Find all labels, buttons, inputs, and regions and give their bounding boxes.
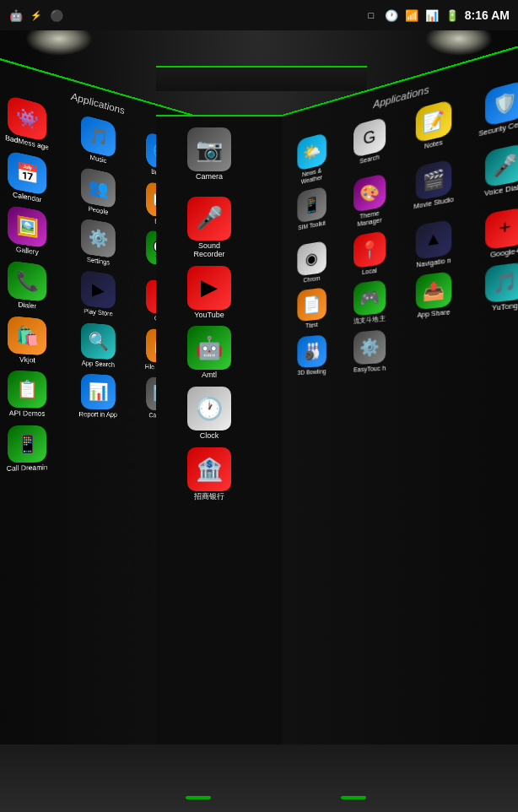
app-icon: 🕐: [187, 387, 231, 430]
left-app-item[interactable]: 📱 Call Dreamin: [0, 422, 63, 476]
left-app-item[interactable]: ▶ Play Store: [65, 265, 130, 322]
app-label: Notes: [424, 138, 443, 150]
right-app-item[interactable]: ⚙️ EasyTouc h: [341, 326, 400, 377]
ceiling-light-right: [425, 30, 493, 56]
signal-icon: 📊: [424, 8, 440, 23]
app-label: Call Dreamin: [7, 464, 48, 473]
app-label: App Share: [418, 309, 451, 319]
app-label: Sound Recorder: [188, 242, 230, 259]
right-app-item[interactable]: 🛡️ Security Center: [469, 73, 518, 151]
app-icon: ▶: [187, 266, 231, 310]
app-label: Vkjot: [19, 355, 35, 364]
left-app-item[interactable]: 📞 Dialer: [0, 255, 63, 316]
app-icon: G: [353, 116, 386, 157]
right-app-item[interactable]: 🎬 Movie Studio: [402, 153, 467, 223]
battery-icon: 🔋: [445, 8, 460, 23]
front-app-item[interactable]: 🤖 Amtl: [158, 323, 261, 382]
front-app-item[interactable]: 🎤 Sound Recorder: [158, 194, 261, 262]
right-app-item[interactable]: 🎨 Theme Manager: [341, 168, 400, 234]
scroll-indicator-right: [341, 796, 366, 799]
right-app-item[interactable]: 🎳 3D Bowling: [286, 331, 339, 379]
scene: Applications 👾 BadMess age 🎵 Music 🌐 Bro…: [0, 30, 518, 812]
front-app-item[interactable]: 🕐 Clock: [158, 384, 261, 443]
app-icon: +: [485, 207, 518, 250]
left-app-item[interactable]: 📊 Report in App: [65, 371, 130, 422]
status-right-icons: □ 🕐 📶 📊 🔋 8:16 AM: [364, 8, 510, 23]
app-icon: 🤖: [187, 326, 231, 370]
usb-icon: ⚡: [29, 8, 44, 23]
app-label: Dialer: [18, 300, 36, 310]
app-label: Play Store: [84, 308, 113, 318]
app-label: Google+: [490, 246, 518, 258]
app-icon: 📤: [416, 272, 451, 311]
right-app-item[interactable]: + Google+: [469, 201, 518, 265]
right-app-item[interactable]: 📄 Ttest: [286, 284, 339, 334]
app-label: Amtl: [202, 371, 217, 380]
sim-icon: □: [364, 8, 379, 23]
app-label: Camera: [196, 173, 223, 181]
app-icon: 🎮: [353, 280, 386, 317]
app-label: Ttest: [305, 322, 318, 329]
right-app-item[interactable]: ◉ Chrom: [286, 235, 339, 289]
status-bar: 🤖 ⚡ ⚫ □ 🕐 📶 📊 🔋 8:16 AM: [0, 0, 518, 30]
status-left-icons: 🤖 ⚡ ⚫: [8, 8, 64, 23]
app-icon: 📞: [8, 260, 46, 301]
wifi-icon: 📶: [404, 8, 419, 23]
right-app-item[interactable]: 📍 Local: [341, 225, 400, 281]
front-app-item[interactable]: ▶ YouTube: [158, 263, 261, 322]
right-app-item[interactable]: 🎮 流支斗地 主: [341, 275, 400, 329]
front-app-item[interactable]: 📷 Camera: [158, 125, 261, 192]
app-label: Clock: [200, 432, 219, 441]
app-icon: 📄: [297, 288, 326, 322]
app-icon: 🎤: [187, 197, 231, 241]
app-label: Theme Manager: [348, 208, 392, 230]
left-app-item[interactable]: 📋 API Demos: [0, 366, 63, 421]
app-label: App Search: [82, 360, 115, 369]
android-icon: 🤖: [8, 8, 24, 23]
app-label: Local: [362, 267, 377, 276]
app-label: 招商银行: [194, 493, 224, 501]
ceiling-light-left: [25, 30, 93, 56]
app-icon: 🛍️: [8, 316, 46, 355]
right-app-item[interactable]: 📱 SIM Toolkit: [286, 181, 339, 243]
right-app-item[interactable]: G Search: [341, 111, 400, 179]
app-icon: 🌤️: [297, 133, 326, 171]
right-app-item[interactable]: 🌤️ News & Weather: [286, 127, 339, 191]
app-label: People: [89, 205, 108, 216]
clock-icon: 🕐: [384, 8, 399, 23]
app-icon: 📱: [297, 187, 326, 224]
app-icon: 📊: [81, 374, 116, 410]
right-app-item[interactable]: 📤 App Share: [402, 267, 467, 323]
app-label: 3D Bowling: [298, 368, 326, 376]
app-icon: 📅: [8, 150, 46, 195]
right-app-item[interactable]: 🎵 YuTong: [469, 257, 518, 317]
app-label: EasyTouc h: [353, 365, 386, 373]
app-icon: 🎬: [416, 160, 451, 202]
app-icon: 🎨: [353, 174, 386, 214]
right-panel: Applications 🌤️ News & Weather G Search …: [282, 37, 518, 812]
app-label: Report in App: [78, 411, 117, 419]
left-app-item[interactable]: 🛍️ Vkjot: [0, 311, 63, 368]
left-app-item[interactable]: 🔍 App Search: [65, 317, 130, 371]
left-app-item[interactable]: ⚙️ Settings: [65, 213, 130, 273]
app-icon: 📋: [8, 371, 46, 409]
app-icon: 👾: [8, 95, 46, 142]
app-icon: ⚙️: [353, 330, 386, 365]
app-icon: 🎵: [81, 115, 116, 159]
app-icon: ◉: [297, 241, 326, 276]
app-icon: 🛡️: [485, 80, 518, 127]
app-icon: 📷: [187, 127, 231, 171]
app-icon: 🏦: [187, 447, 231, 491]
app-icon: ▲: [416, 219, 451, 260]
app-icon: 🖼️: [8, 205, 46, 248]
app-icon: 🔍: [81, 322, 116, 360]
app-icon: 📍: [353, 230, 386, 268]
time-display: 8:16 AM: [465, 8, 510, 22]
front-app-item[interactable]: 🏦 招商银行: [158, 445, 261, 504]
app-label: API Demos: [9, 410, 46, 418]
right-app-item[interactable]: ▲ Navigatio n: [402, 214, 467, 273]
app-icon: 🎵: [485, 263, 518, 304]
app-icon: ▶: [81, 270, 116, 309]
circle-icon: ⚫: [49, 8, 64, 23]
app-icon: 📱: [8, 425, 46, 463]
